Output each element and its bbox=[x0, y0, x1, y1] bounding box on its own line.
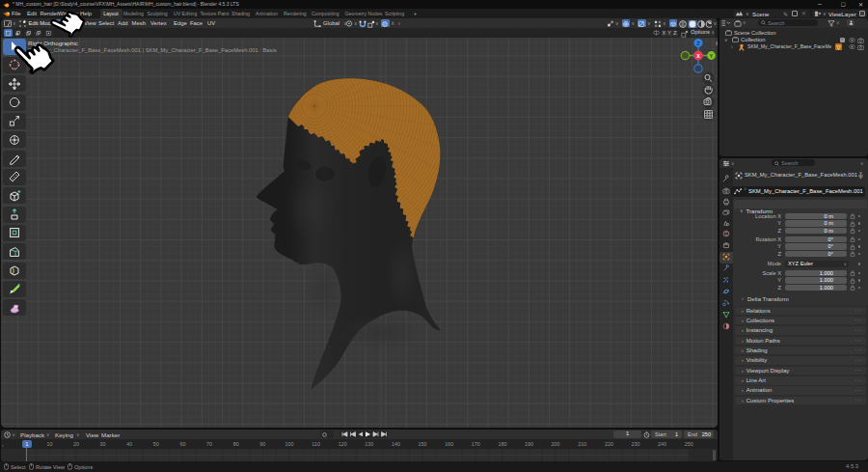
svg-text:X: X bbox=[696, 53, 700, 59]
svg-text:Y: Y bbox=[710, 53, 714, 59]
